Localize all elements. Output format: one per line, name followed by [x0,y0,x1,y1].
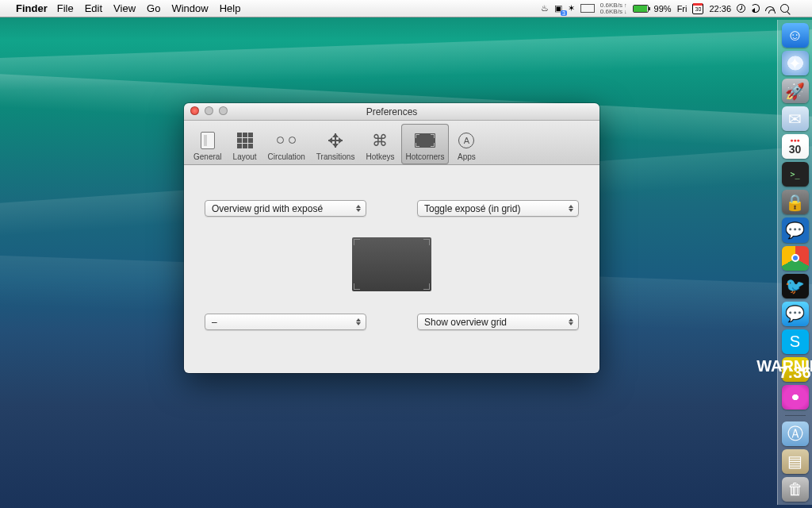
dock-skype[interactable]: S [782,329,809,354]
hotcorner-bottom-right-select[interactable]: Show overview grid [417,314,579,330]
tab-transitions[interactable]: Transitions [312,124,360,164]
tab-hotkeys[interactable]: ⌘ Hotkeys [361,124,399,164]
day-label[interactable]: Fri [677,4,688,13]
screen-preview [352,237,431,291]
hotcorner-bottom-left-select[interactable]: – [205,314,366,330]
dock-twitter[interactable]: 🐦 [782,274,809,298]
dock-separator [785,415,806,416]
dock-calendar[interactable]: ●●● 30 [782,134,809,159]
dock-photos[interactable] [782,385,809,410]
window-zoom-button[interactable] [219,106,228,115]
dock-1password[interactable]: 🔒 [782,190,809,214]
clock-icon[interactable] [737,4,745,13]
tab-layout[interactable]: Layout [228,124,262,164]
tab-circulation[interactable]: Circulation [263,124,310,164]
battery-icon[interactable] [633,5,649,13]
tab-apps[interactable]: A Apps [450,124,482,164]
chevron-updown-icon [354,316,362,328]
dock-istat[interactable]: WARNING 7:36 [782,357,809,382]
transitions-icon [327,132,344,149]
dock-safari[interactable]: ✦ [782,51,809,75]
dock-downloads[interactable]: ▤ [782,449,809,474]
time-machine-icon[interactable] [751,4,760,13]
chevron-updown-icon [567,202,575,214]
app-name[interactable]: Finder [16,2,48,14]
dock: ☺ ✦ 🚀 ✉ ●●● 30 >_ 🔒 💬 🐦 💬 S WARNING 7:36… [777,20,812,505]
tab-hotcorners[interactable]: Hotcorners [401,124,450,164]
preferences-window: Preferences General Layout Circulation T… [184,103,599,373]
prefs-toolbar: General Layout Circulation Transitions ⌘… [184,121,599,165]
dock-messages[interactable]: 💬 [782,302,809,326]
hotkeys-icon: ⌘ [372,131,388,150]
menubar-calendar-icon[interactable]: 30 [692,3,703,14]
menu-edit[interactable]: Edit [85,2,102,14]
menu-window[interactable]: Window [171,2,208,14]
chevron-updown-icon [567,316,575,328]
dock-chrome[interactable] [782,246,809,271]
dock-trash[interactable]: 🗑 [782,477,809,502]
display-icon[interactable] [580,4,595,13]
menu-help[interactable]: Help [220,2,241,14]
notification-center-icon[interactable] [795,5,806,13]
menu-file[interactable]: File [57,2,74,14]
dock-mail[interactable]: ✉ [782,106,809,131]
sync-icon[interactable]: ✶ [568,3,575,13]
window-minimize-button[interactable] [205,106,213,115]
network-speed[interactable]: 0.6KB/s ↑ 0.6KB/s ↓ [600,2,627,15]
dock-finder[interactable]: ☺ [782,23,809,48]
dropbox-icon[interactable]: ▣3 [554,3,562,13]
general-icon [201,132,215,149]
wifi-icon[interactable] [765,6,775,11]
circulation-icon [277,135,296,146]
window-title: Preferences [366,106,418,117]
layout-icon [237,133,253,148]
chevron-updown-icon [354,202,362,214]
hotcorners-icon [415,133,435,148]
hotcorner-top-right-select[interactable]: Toggle exposé (in grid) [417,200,579,217]
menu-go[interactable]: Go [147,2,160,14]
spotlight-icon[interactable] [780,4,789,13]
dock-launchpad[interactable]: 🚀 [782,79,809,103]
little-snitch-icon[interactable]: ♨ [541,3,549,13]
window-titlebar[interactable]: Preferences [184,103,599,121]
battery-percent[interactable]: 99% [654,4,672,13]
apps-icon: A [458,133,474,148]
prefs-content: Overview grid with exposé Toggle exposé … [184,165,599,373]
tab-general[interactable]: General [189,124,227,164]
dock-terminal[interactable]: >_ [782,162,809,187]
window-close-button[interactable] [190,106,199,115]
menu-view[interactable]: View [113,2,136,14]
menubar: Finder File Edit View Go Window Help ♨ ▣… [0,0,812,17]
dock-appstore[interactable]: Ⓐ [782,421,809,446]
time-label[interactable]: 22:36 [709,4,731,13]
dock-hipchat[interactable]: 💬 [782,217,809,242]
hotcorner-top-left-select[interactable]: Overview grid with exposé [205,200,366,217]
